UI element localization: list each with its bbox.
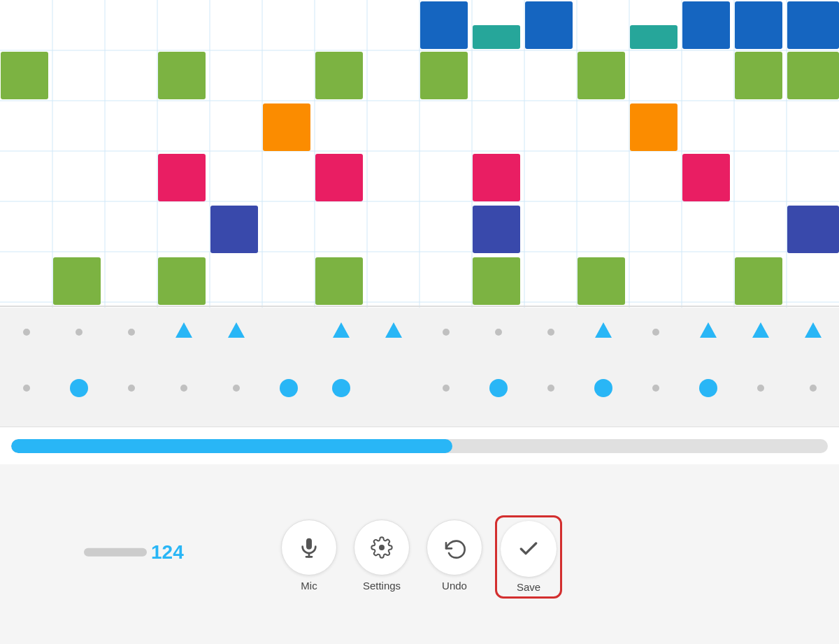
svg-point-61: [652, 329, 659, 336]
svg-point-86: [70, 379, 88, 397]
svg-rect-35: [787, 52, 839, 99]
mic-button[interactable]: Mic: [281, 520, 337, 592]
svg-rect-44: [787, 206, 839, 253]
svg-point-82: [652, 385, 659, 392]
svg-point-75: [128, 385, 135, 392]
svg-rect-43: [473, 206, 520, 253]
mic-button-circle: [281, 520, 337, 575]
svg-rect-40: [473, 154, 520, 201]
svg-rect-48: [473, 257, 520, 305]
svg-rect-23: [473, 25, 520, 49]
bpm-display: 124: [84, 541, 184, 563]
svg-rect-30: [158, 52, 206, 99]
svg-point-87: [280, 379, 298, 397]
svg-rect-45: [53, 257, 101, 305]
svg-point-89: [489, 379, 508, 397]
svg-rect-42: [210, 206, 258, 253]
svg-rect-32: [420, 52, 468, 99]
svg-point-55: [128, 329, 135, 336]
svg-rect-24: [525, 1, 573, 49]
save-button[interactable]: Save: [501, 521, 557, 593]
svg-rect-27: [735, 1, 782, 49]
settings-button-circle: [354, 520, 410, 575]
bpm-value: 124: [151, 541, 184, 563]
svg-rect-50: [735, 257, 782, 305]
svg-point-60: [547, 329, 554, 336]
mic-icon: [298, 536, 320, 559]
svg-point-90: [594, 379, 612, 397]
svg-rect-29: [1, 52, 48, 99]
settings-button[interactable]: Settings: [354, 520, 410, 592]
undo-button-circle: [426, 520, 482, 575]
undo-label: Undo: [442, 580, 467, 592]
svg-point-88: [332, 379, 350, 397]
svg-point-79: [443, 385, 450, 392]
svg-point-53: [23, 329, 30, 336]
svg-point-84: [757, 385, 764, 392]
svg-rect-34: [735, 52, 782, 99]
controls-row: 124 Mic: [0, 464, 839, 644]
settings-label: Settings: [363, 580, 401, 592]
svg-rect-46: [158, 257, 206, 305]
save-button-wrapper: Save: [499, 520, 558, 594]
progress-bar-container: [0, 427, 839, 464]
progress-track[interactable]: [11, 439, 828, 453]
grid-svg: [0, 0, 839, 427]
svg-rect-26: [682, 1, 730, 49]
mic-label: Mic: [301, 580, 317, 592]
svg-rect-39: [315, 154, 363, 201]
bottom-panel: 124 Mic: [0, 427, 839, 644]
svg-rect-31: [315, 52, 363, 99]
gear-icon: [371, 536, 393, 559]
svg-point-77: [233, 385, 240, 392]
grid-area: [0, 0, 839, 427]
undo-button[interactable]: Undo: [426, 520, 482, 592]
svg-point-76: [180, 385, 187, 392]
bpm-bar: [84, 548, 147, 556]
progress-fill: [11, 439, 452, 453]
svg-rect-41: [682, 154, 730, 201]
svg-point-59: [495, 329, 502, 336]
svg-rect-38: [158, 154, 206, 201]
svg-point-85: [810, 385, 817, 392]
svg-rect-92: [306, 538, 312, 550]
svg-rect-49: [578, 257, 625, 305]
undo-icon: [443, 536, 466, 559]
svg-rect-22: [420, 1, 468, 49]
save-label: Save: [517, 581, 540, 593]
svg-rect-52: [0, 308, 839, 427]
svg-rect-37: [630, 103, 677, 151]
svg-rect-25: [630, 25, 677, 49]
svg-rect-28: [787, 1, 839, 49]
checkmark-icon: [517, 538, 540, 560]
svg-rect-47: [315, 257, 363, 305]
save-button-circle: [501, 521, 557, 577]
svg-rect-33: [578, 52, 625, 99]
action-buttons: Mic Settings: [281, 520, 558, 594]
svg-point-73: [23, 385, 30, 392]
svg-point-54: [76, 329, 83, 336]
svg-point-58: [443, 329, 450, 336]
svg-point-81: [547, 385, 554, 392]
svg-rect-36: [263, 103, 310, 151]
svg-point-91: [699, 379, 717, 397]
